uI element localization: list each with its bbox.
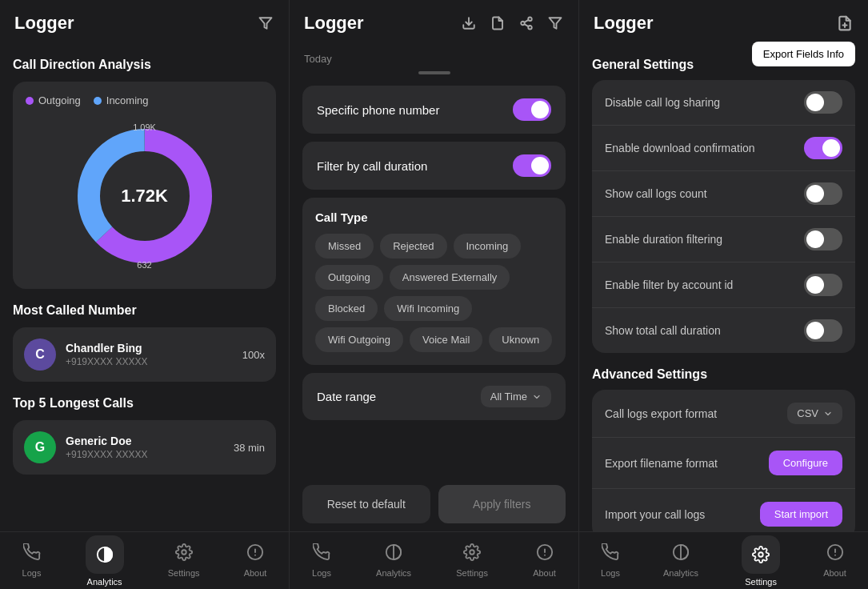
right-bottom-nav: Logs Analytics Settings About bbox=[579, 531, 868, 589]
filter-icon[interactable] bbox=[257, 14, 274, 32]
right-about-icon bbox=[826, 543, 844, 565]
logs-icon bbox=[23, 543, 41, 565]
filter-duration-toggle[interactable] bbox=[513, 154, 551, 177]
mid-bottom-nav: Logs Analytics Settings About bbox=[290, 531, 578, 589]
tag-wifi-outgoing[interactable]: Wifi Outgoing bbox=[315, 327, 403, 352]
export-filename-row: Export filename format Configure bbox=[592, 438, 855, 489]
start-import-button[interactable]: Start import bbox=[760, 502, 842, 527]
call-type-section: Call Type Missed Rejected Incoming Outgo… bbox=[302, 198, 566, 365]
filter-bar bbox=[418, 71, 450, 74]
specific-phone-toggle[interactable] bbox=[513, 98, 551, 121]
toggle-account-filter[interactable] bbox=[804, 274, 842, 296]
mid-nav-about[interactable]: About bbox=[523, 539, 566, 583]
export-format-label: Call logs export format bbox=[605, 407, 717, 420]
tag-outgoing[interactable]: Outgoing bbox=[315, 265, 383, 290]
most-called-title: Most Called Number bbox=[13, 303, 276, 318]
svg-line-13 bbox=[524, 24, 528, 26]
tag-answered-externally[interactable]: Answered Externally bbox=[390, 265, 510, 290]
setting-row-show-count: Show call logs count bbox=[592, 171, 855, 217]
right-nav-logs[interactable]: Logs bbox=[591, 539, 630, 583]
export-format-select[interactable]: CSV bbox=[787, 403, 842, 424]
tag-blocked[interactable]: Blocked bbox=[315, 296, 378, 321]
mid-nav-about-label: About bbox=[533, 568, 556, 578]
mid-nav-analytics-label: Analytics bbox=[376, 568, 411, 578]
filter-duration-row: Filter by call duration bbox=[302, 142, 566, 190]
left-header-icons bbox=[257, 14, 274, 32]
right-header-icons bbox=[836, 14, 854, 32]
toggle-duration-filter[interactable] bbox=[804, 228, 842, 250]
toggle-disable-sharing[interactable] bbox=[804, 91, 842, 114]
top5-name: Generic Doe bbox=[66, 435, 224, 447]
right-nav-analytics[interactable]: Analytics bbox=[654, 539, 708, 583]
tag-voicemail[interactable]: Voice Mail bbox=[410, 327, 482, 352]
nav-logs[interactable]: Logs bbox=[13, 539, 51, 583]
tag-unknown[interactable]: Uknown bbox=[489, 327, 552, 352]
toggle-total-duration[interactable] bbox=[804, 319, 842, 342]
nav-about[interactable]: About bbox=[234, 539, 277, 583]
legend-outgoing-label: Outgoing bbox=[38, 94, 81, 106]
svg-marker-0 bbox=[260, 18, 272, 29]
filter-duration-knob bbox=[531, 157, 549, 174]
download-icon[interactable] bbox=[460, 14, 478, 32]
advanced-settings-title: Advanced Settings bbox=[592, 367, 855, 382]
export-tooltip: Export Fields Info bbox=[752, 42, 855, 66]
setting-label-disable-sharing: Disable call log sharing bbox=[605, 96, 720, 109]
right-nav-settings[interactable]: Settings bbox=[732, 531, 790, 590]
most-called-info: Chandler Bing +919XXXX XXXXX bbox=[66, 342, 233, 367]
export-icon[interactable] bbox=[836, 14, 854, 32]
toggle-download-confirm[interactable] bbox=[804, 137, 842, 159]
mid-nav-analytics[interactable]: Analytics bbox=[366, 539, 421, 583]
donut-label-top: 1.09K bbox=[133, 122, 156, 132]
mid-nav-settings[interactable]: Settings bbox=[446, 539, 498, 583]
donut-chart: 1.72K 1.09K 632 bbox=[65, 116, 225, 276]
configure-button[interactable]: Configure bbox=[769, 451, 842, 475]
nav-analytics[interactable]: Analytics bbox=[76, 531, 134, 590]
mid-logo: Logger bbox=[304, 13, 364, 34]
mid-analytics-icon bbox=[385, 543, 402, 565]
svg-point-17 bbox=[470, 550, 474, 555]
right-nav-about[interactable]: About bbox=[814, 539, 856, 583]
reset-button[interactable]: Reset to default bbox=[302, 485, 430, 523]
tag-rejected[interactable]: Rejected bbox=[380, 234, 446, 258]
nav-logs-label: Logs bbox=[22, 568, 42, 578]
mid-nav-logs[interactable]: Logs bbox=[302, 539, 341, 583]
specific-phone-row: Specific phone number bbox=[302, 86, 566, 134]
date-range-select[interactable]: All Time bbox=[481, 386, 551, 407]
apply-button[interactable]: Apply filters bbox=[438, 485, 566, 523]
share-icon[interactable] bbox=[518, 14, 535, 32]
setting-label-download-confirm: Enable download confirmation bbox=[605, 142, 755, 154]
setting-label-duration-filter: Enable duration filtering bbox=[605, 233, 722, 246]
right-logs-icon bbox=[602, 543, 619, 565]
tag-missed[interactable]: Missed bbox=[315, 234, 374, 258]
specific-phone-knob bbox=[531, 101, 549, 118]
date-label: Today bbox=[302, 43, 566, 71]
call-type-tags: Missed Rejected Incoming Outgoing Answer… bbox=[315, 234, 553, 352]
right-header: Logger bbox=[579, 0, 868, 43]
legend-outgoing: Outgoing bbox=[26, 94, 81, 106]
import-logs-label: Import your call logs bbox=[605, 508, 705, 521]
tag-incoming[interactable]: Incoming bbox=[454, 234, 522, 258]
top5-item: G Generic Doe +919XXXX XXXXX 38 min bbox=[13, 420, 276, 475]
incoming-dot bbox=[94, 97, 102, 105]
mid-panel: Logger Today Specific phone number bbox=[290, 0, 579, 589]
right-panel: Logger Export Fields Info General Settin… bbox=[579, 0, 868, 589]
right-settings-bg bbox=[742, 535, 780, 574]
setting-label-account-filter: Enable filter by account id bbox=[605, 278, 733, 291]
export-format-value: CSV bbox=[797, 407, 818, 419]
file-icon[interactable] bbox=[489, 14, 506, 32]
export-format-row: Call logs export format CSV bbox=[592, 390, 855, 438]
tag-wifi-incoming[interactable]: Wifi Incoming bbox=[384, 296, 472, 321]
mid-header: Logger bbox=[290, 0, 578, 43]
outgoing-dot bbox=[26, 97, 34, 105]
chart-legend: Outgoing Incoming bbox=[26, 94, 263, 106]
right-analytics-icon bbox=[672, 543, 690, 565]
general-settings-card: Disable call log sharing Enable download… bbox=[592, 80, 855, 353]
nav-settings[interactable]: Settings bbox=[158, 539, 210, 583]
mid-nav-logs-label: Logs bbox=[312, 568, 331, 578]
mid-header-icons bbox=[460, 14, 564, 32]
analytics-bg bbox=[86, 535, 124, 574]
mid-filter-icon[interactable] bbox=[546, 14, 564, 32]
toggle-show-count[interactable] bbox=[804, 182, 842, 205]
donut-label-bottom: 632 bbox=[137, 260, 151, 270]
top5-avatar: G bbox=[24, 431, 56, 463]
